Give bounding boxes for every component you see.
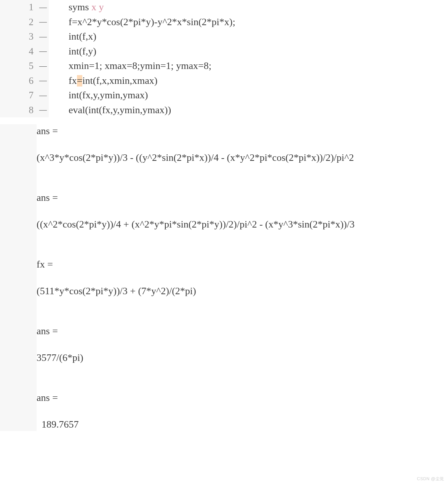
code-line[interactable]: int(f,x)	[69, 29, 448, 44]
code-marker-dash: —	[37, 62, 49, 71]
output-line: ans =	[37, 191, 448, 204]
output-body: ans =(x^3*y*cos(2*pi*y))/3 - ((y^2*sin(2…	[37, 124, 448, 431]
code-line[interactable]: eval(int(fx,y,ymin,ymax))	[69, 103, 448, 118]
watermark-text: CSDN @尘觉	[417, 476, 444, 482]
blank-line	[37, 311, 448, 324]
code-segment: eval(int(fx,y,ymin,ymax))	[69, 104, 171, 116]
code-marker-dash: —	[37, 106, 49, 114]
code-segment: int(f,x,xmin,xmax)	[82, 75, 157, 87]
code-marker-dash: —	[37, 91, 49, 100]
blank-line	[37, 364, 448, 378]
blank-line	[37, 138, 448, 151]
code-line[interactable]: fx=int(f,x,xmin,xmax)	[69, 74, 448, 88]
blank-line	[37, 338, 448, 351]
code-marker-dash: —	[37, 47, 49, 56]
blank-line	[37, 231, 448, 244]
output-line: ((x^2*cos(2*pi*y))/4 + (x^2*y*pi*sin(2*p…	[37, 218, 448, 231]
blank-line	[37, 204, 448, 218]
matlab-screenshot: 1—2—3—4—5—6—7—8— syms x yf=x^2*y*cos(2*p…	[0, 0, 448, 484]
output-line: 3577/(6*pi)	[37, 351, 448, 364]
code-segment: f=x^2*y*cos(2*pi*y)-y^2*x*sin(2*pi*x);	[69, 16, 235, 28]
code-line[interactable]: f=x^2*y*cos(2*pi*y)-y^2*x*sin(2*pi*x);	[69, 15, 448, 30]
line-number: 2	[18, 17, 37, 27]
code-segment: xmin=1; xmax=8;ymin=1; ymax=8;	[69, 60, 211, 72]
code-lines[interactable]: syms x yf=x^2*y*cos(2*pi*y)-y^2*x*sin(2*…	[49, 0, 448, 117]
gutter-row: 1—	[0, 0, 49, 15]
output-line: ans =	[37, 391, 448, 404]
line-number: 8	[18, 105, 37, 115]
code-editor[interactable]: 1—2—3—4—5—6—7—8— syms x yf=x^2*y*cos(2*p…	[0, 0, 448, 117]
cursor-highlight: =	[77, 75, 83, 87]
code-segment: int(f,x)	[69, 31, 96, 42]
code-marker-dash: —	[37, 32, 49, 41]
symbolic-variable: y	[99, 2, 104, 13]
code-line[interactable]: xmin=1; xmax=8;ymin=1; ymax=8;	[69, 59, 448, 74]
line-number: 1	[18, 2, 37, 13]
gutter-row: 7—	[0, 88, 49, 103]
blank-line	[37, 244, 448, 258]
output-line: ans =	[37, 124, 448, 138]
code-line[interactable]: int(f,y)	[69, 44, 448, 59]
command-output: ans =(x^3*y*cos(2*pi*y))/3 - ((y^2*sin(2…	[0, 124, 448, 431]
line-number-gutter: 1—2—3—4—5—6—7—8—	[0, 0, 49, 117]
blank-line	[37, 178, 448, 191]
blank-line	[37, 404, 448, 418]
gutter-row: 8—	[0, 103, 49, 118]
symbolic-variable: x	[91, 2, 96, 13]
code-segment: int(f,y)	[69, 46, 96, 57]
code-line[interactable]: int(fx,y,ymin,ymax)	[69, 88, 448, 103]
code-marker-dash: —	[37, 18, 49, 26]
gutter-row: 2—	[0, 15, 49, 30]
blank-line	[37, 164, 448, 178]
gutter-row: 5—	[0, 59, 49, 74]
code-marker-dash: —	[37, 3, 49, 12]
blank-line	[37, 271, 448, 284]
code-segment: fx	[69, 75, 77, 87]
blank-line	[37, 378, 448, 391]
line-number: 7	[18, 90, 37, 101]
output-gutter	[0, 124, 37, 431]
output-line: fx =	[37, 258, 448, 271]
blank-line	[37, 298, 448, 311]
code-segment: syms	[69, 2, 91, 13]
line-number: 3	[18, 31, 37, 42]
output-line: (511*y*cos(2*pi*y))/3 + (7*y^2)/(2*pi)	[37, 284, 448, 298]
code-segment: int(fx,y,ymin,ymax)	[69, 90, 148, 101]
code-marker-dash: —	[37, 76, 49, 85]
line-number: 5	[18, 61, 37, 71]
code-line[interactable]: syms x y	[69, 0, 448, 15]
line-number: 4	[18, 46, 37, 57]
line-number: 6	[18, 75, 37, 86]
gutter-row: 4—	[0, 44, 49, 59]
output-line: (x^3*y*cos(2*pi*y))/3 - ((y^2*sin(2*pi*x…	[37, 151, 448, 164]
gutter-row: 3—	[0, 29, 49, 44]
gutter-row: 6—	[0, 74, 49, 88]
output-line: ans =	[37, 324, 448, 338]
output-line: 189.7657	[37, 418, 448, 431]
